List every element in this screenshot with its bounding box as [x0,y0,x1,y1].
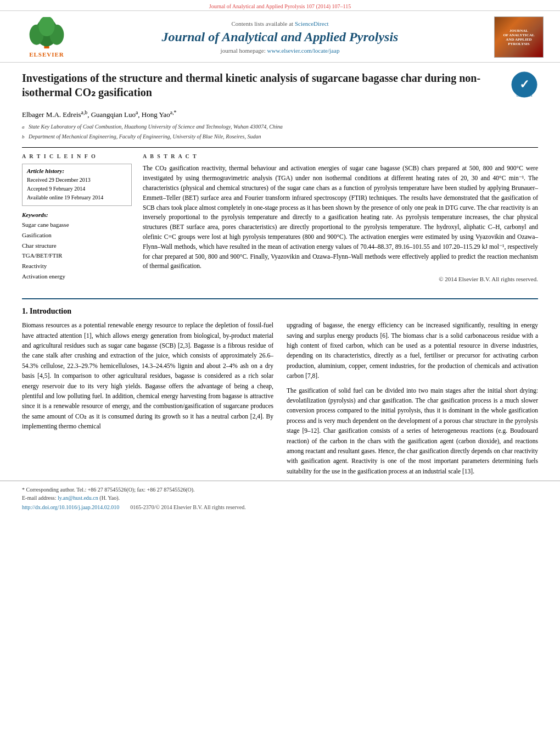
issn-text: 0165-2370/© 2014 Elsevier B.V. All right… [130,504,245,510]
homepage-link[interactable]: www.elsevier.com/locate/jaap [267,47,340,54]
kw-item: Reactivity [22,261,132,271]
kw-item: Activation energy [22,271,132,282]
article-info-heading: A R T I C L E I N F O [22,153,132,159]
affiliations: a State Key Laboratory of Coal Combustio… [22,122,538,141]
article-history-box: Article history: Received 29 December 20… [22,164,132,206]
body-col-left: Biomass resources as a potential renewab… [22,320,273,481]
kw-item: Char structure [22,241,132,251]
section-divider [22,298,538,299]
author3-sup: a,* [170,109,177,115]
kw-item: Gasification [22,230,132,241]
svg-text:CrossMark: CrossMark [516,94,533,97]
affil-a: a State Key Laboratory of Coal Combustio… [22,122,538,131]
authors-line: Elbager M.A. Edreisa,b, Guangqian Luoa, … [22,109,538,119]
keywords-box: Keywords: Sugar cane bagasse Gasificatio… [22,211,132,281]
author1-sup: a,b [81,109,88,115]
journal-reference-bar: Journal of Analytical and Applied Pyroly… [0,0,560,11]
article-content: Investigations of the structure and ther… [0,63,560,291]
author3-name: Hong Yaoa,* [142,110,177,119]
author1-name: Elbager M.A. Edreisa,b, [22,110,91,119]
journal-cover-image: JOURNALOF ANALYTICALAND APPLIEDPYROLYSIS [494,16,544,58]
elsevier-text: ELSEVIER [29,51,64,58]
kw-item: TGA/BET/FTIR [22,250,132,261]
email-link[interactable]: ly.an@hust.edu.cn [58,495,98,501]
author2-name: Guangqian Luoa, [91,110,142,119]
page: Journal of Analytical and Applied Pyroly… [0,0,560,742]
elsevier-tree-icon [25,17,69,50]
journal-title: Journal of Analytical and Applied Pyroly… [77,29,483,45]
copyright-line: © 2014 Elsevier B.V. All rights reserved… [143,276,538,282]
journal-header: ELSEVIER Contents lists available at Sci… [0,11,560,63]
abstract-text: The CO₂ gasification reactivity, thermal… [143,164,538,271]
intro-para3: The gasification of solid fuel can be di… [287,386,538,477]
keywords-list: Sugar cane bagasse Gasification Char str… [22,220,132,281]
abstract-column: A B S T R A C T The CO₂ gasification rea… [143,153,538,282]
bottom-bar: http://dx.doi.org/10.1016/j.jaap.2014.02… [0,502,560,512]
body-section: 1. Introduction Biomass resources as a p… [0,307,560,481]
intro-heading: 1. Introduction [22,307,538,316]
header-center: Contents lists available at ScienceDirec… [77,20,483,54]
crossmark-icon: ✓ CrossMark [511,71,538,98]
article-title-section: Investigations of the structure and ther… [22,71,538,104]
journal-cover-container: JOURNALOF ANALYTICALAND APPLIEDPYROLYSIS [483,16,544,58]
elsevier-logo-container: ELSEVIER [16,17,77,58]
kw-item: Sugar cane bagasse [22,220,132,230]
doi-link[interactable]: http://dx.doi.org/10.1016/j.jaap.2014.02… [22,504,119,510]
footnote-email: E-mail address: ly.an@hust.edu.cn (H. Ya… [22,494,538,502]
history-label: Article history: [27,168,127,174]
journal-cover-text: JOURNALOF ANALYTICALAND APPLIEDPYROLYSIS [502,27,535,47]
journal-homepage: journal homepage: www.elsevier.com/locat… [77,47,483,54]
intro-para2: upgrading of bagasse, the energy efficie… [287,320,538,381]
keywords-label: Keywords: [22,211,132,218]
sciencedirect-link[interactable]: ScienceDirect [295,20,329,27]
body-col-right: upgrading of bagasse, the energy efficie… [287,320,538,481]
contents-line: Contents lists available at ScienceDirec… [77,20,483,27]
affil-b: b Department of Mechanical Engineering, … [22,132,538,141]
footnote-section: * Corresponding author. Tel.: +86 27 875… [0,481,560,502]
journal-reference: Journal of Analytical and Applied Pyroly… [209,3,351,9]
intro-para1: Biomass resources as a potential renewab… [22,320,273,431]
info-abstract-section: A R T I C L E I N F O Article history: R… [22,147,538,282]
svg-text:✓: ✓ [519,77,529,91]
elsevier-logo: ELSEVIER [25,17,69,58]
received-date: Received 29 December 2013 Accepted 9 Feb… [27,176,127,202]
article-info-column: A R T I C L E I N F O Article history: R… [22,153,132,282]
footnote-corresponding: * Corresponding author. Tel.: +86 27 875… [22,486,538,494]
author2-sup: a [136,109,138,115]
abstract-heading: A B S T R A C T [143,153,538,159]
article-title: Investigations of the structure and ther… [22,71,502,99]
body-two-col: Biomass resources as a potential renewab… [22,320,538,481]
